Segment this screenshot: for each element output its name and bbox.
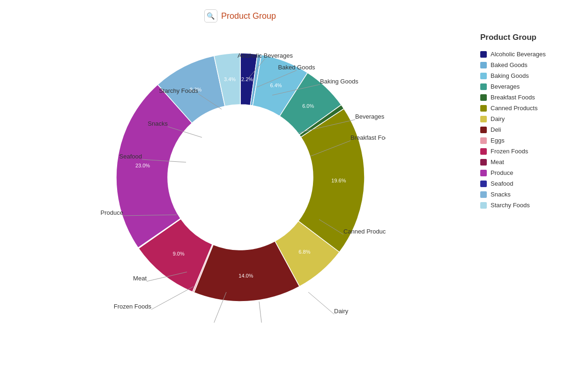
legend-label: Breakfast Foods	[491, 94, 535, 101]
segment-label: Frozen Foods	[113, 303, 151, 310]
legend-swatch	[480, 137, 487, 144]
legend-label: Eggs	[491, 137, 505, 144]
legend-items: Alcoholic Beverages Baked Goods Baking G…	[480, 51, 583, 209]
legend-item[interactable]: Alcoholic Beverages	[480, 51, 583, 58]
legend-swatch	[480, 159, 487, 166]
segment-label: Seafood	[119, 153, 141, 160]
segment-label: Dairy	[334, 308, 349, 315]
legend-item[interactable]: Produce	[480, 169, 583, 176]
legend-item[interactable]: Baking Goods	[480, 72, 583, 79]
page-container: 🔍 Product Group 2.2%6.4%6.0%19.6%6.8%14.…	[0, 0, 588, 392]
legend-item[interactable]: Eggs	[480, 137, 583, 144]
legend-swatch	[480, 83, 487, 90]
legend-swatch	[480, 62, 487, 68]
legend-panel: Product Group Alcoholic Beverages Baked …	[480, 5, 588, 212]
pct-label: 9.0%	[172, 251, 184, 256]
segment-label: Baking Goods	[320, 78, 358, 85]
legend-label: Baking Goods	[491, 72, 529, 79]
donut-chart: 2.2%6.4%6.0%19.6%6.8%14.0%9.0%23.0%8.2%3…	[95, 32, 386, 323]
chart-title-area: 🔍 Product Group	[204, 9, 276, 23]
legend-swatch	[480, 116, 487, 122]
legend-swatch	[480, 105, 487, 112]
legend-label: Snacks	[491, 191, 511, 198]
legend-item[interactable]: Snacks	[480, 191, 583, 198]
legend-swatch	[480, 51, 487, 58]
legend-item[interactable]: Frozen Foods	[480, 148, 583, 155]
legend-item[interactable]: Deli	[480, 126, 583, 133]
segment-label: Baked Goods	[278, 64, 315, 71]
legend-swatch	[480, 191, 487, 198]
segment-label: Meat	[133, 275, 147, 282]
pct-label: 23.0%	[135, 163, 149, 168]
legend-label: Starchy Foods	[491, 202, 530, 209]
pct-label: 14.0%	[238, 273, 253, 279]
pct-label: 6.4%	[270, 83, 282, 88]
legend-label: Canned Products	[491, 105, 537, 112]
label-line	[308, 292, 334, 314]
legend-swatch	[480, 148, 487, 155]
legend-label: Dairy	[491, 115, 505, 122]
segment-label: Canned Products	[343, 228, 386, 235]
legend-item[interactable]: Breakfast Foods	[480, 94, 583, 101]
segment-label: Starchy Foods	[159, 87, 198, 94]
legend-item[interactable]: Starchy Foods	[480, 202, 583, 209]
legend-label: Produce	[491, 169, 513, 176]
chart-area: 🔍 Product Group 2.2%6.4%6.0%19.6%6.8%14.…	[0, 5, 480, 323]
pct-label: 19.6%	[331, 178, 346, 183]
legend-title: Product Group	[480, 33, 583, 42]
legend-label: Baked Goods	[491, 61, 528, 68]
legend-item[interactable]: Meat	[480, 158, 583, 166]
legend-label: Alcoholic Beverages	[491, 51, 546, 58]
legend-item[interactable]: Dairy	[480, 115, 583, 122]
legend-label: Deli	[491, 126, 501, 133]
legend-label: Frozen Foods	[491, 148, 528, 155]
legend-item[interactable]: Seafood	[480, 180, 583, 187]
segment-label: Beverages	[355, 113, 385, 120]
legend-swatch	[480, 202, 487, 209]
pct-label: 6.8%	[298, 249, 310, 255]
legend-swatch	[480, 73, 487, 79]
legend-item[interactable]: Beverages	[480, 83, 583, 90]
legend-swatch	[480, 127, 487, 133]
legend-swatch	[480, 170, 487, 176]
legend-swatch	[480, 181, 487, 187]
segment-label: Produce	[100, 209, 123, 216]
legend-item[interactable]: Baked Goods	[480, 61, 583, 68]
label-line	[151, 286, 194, 309]
legend-item[interactable]: Canned Products	[480, 105, 583, 112]
search-icon: 🔍	[204, 9, 217, 23]
legend-label: Seafood	[491, 180, 513, 187]
legend-label: Meat	[491, 158, 504, 166]
pct-label: 3.4%	[224, 76, 236, 82]
legend-label: Beverages	[491, 83, 520, 90]
segment-label: Snacks	[148, 120, 168, 127]
pct-label: 2.2%	[241, 76, 253, 82]
donut-svg: 2.2%6.4%6.0%19.6%6.8%14.0%9.0%23.0%8.2%3…	[95, 32, 386, 323]
label-line	[259, 302, 264, 323]
chart-title: Product Group	[221, 11, 276, 21]
segment-label: Alcoholic Beverages	[238, 52, 293, 59]
segment-label: Breakfast Foods	[350, 134, 386, 141]
pct-label: 6.0%	[302, 103, 314, 109]
legend-swatch	[480, 94, 487, 101]
